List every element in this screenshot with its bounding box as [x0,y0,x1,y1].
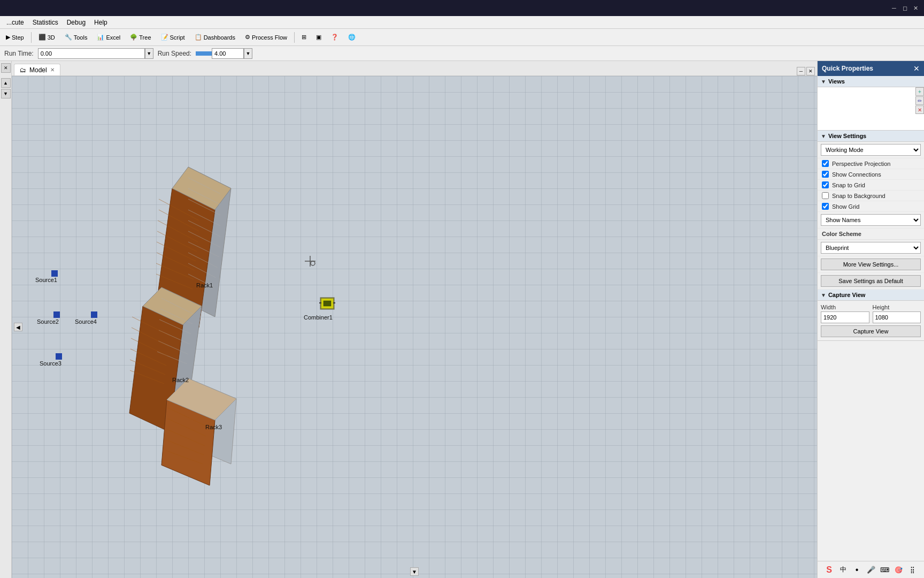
dashboards-icon: 📋 [195,34,202,41]
run-speed-input[interactable] [212,48,244,59]
model-tab-close[interactable]: ✕ [50,67,55,73]
source2-label: Source2 [37,318,59,325]
close-button[interactable]: ✕ [911,4,920,12]
toolbar-3d-button[interactable]: ⬛ 3D [35,31,59,44]
toolbar-tree-button[interactable]: 🌳 Tree [126,31,155,44]
toolbar-excel-button[interactable]: 📊 Excel [93,31,124,44]
menu-execute[interactable]: ...cute [2,18,28,27]
run-speed-label: Run Speed: [158,50,191,57]
minimize-button[interactable]: ─ [890,4,898,12]
show-grid-label: Show Grid [832,203,859,210]
more-view-settings-button[interactable]: More View Settings... [821,258,921,270]
toolbar-process-flow-button[interactable]: ⚙ Process Flow [241,31,291,44]
restore-button[interactable]: ◻ [900,4,909,12]
model-viewport[interactable]: Source1 Source2 Source4 Source3 Rack1 Ra… [12,76,817,578]
qp-footer: S 中 • 🎤 ⌨ 🎯 ⣿ [818,561,924,578]
save-settings-button[interactable]: Save Settings as Default [821,275,921,287]
scroll-down-arrow[interactable]: ▼ [410,567,419,576]
toolbar: ▶ Step ⬛ 3D 🔧 Tools 📊 Excel 🌳 Tree 📝 Scr… [0,29,924,46]
toolbar-question-btn[interactable]: ❓ [327,31,342,44]
view-settings-collapse-icon: ▼ [821,133,826,139]
combiner1-node[interactable] [319,296,335,314]
ime-grid-icon[interactable]: ⣿ [907,565,918,575]
menu-help[interactable]: Help [90,18,112,27]
snap-to-grid-checkbox[interactable] [822,181,829,188]
capture-view-section-header[interactable]: ▼ Capture View [818,290,924,301]
ime-keyboard-icon[interactable]: ⌨ [880,565,890,575]
toolbar-dashboards-button[interactable]: 📋 Dashboards [191,31,239,44]
capture-height-label: Height [873,304,921,310]
combiner1-label: Combiner1 [304,314,333,321]
viewport-minimize-btn[interactable]: ─ [797,67,805,75]
menu-statistics[interactable]: Statistics [28,18,63,27]
capture-view-section-label: Capture View [828,292,866,298]
show-names-dropdown[interactable]: Show Names [821,214,921,226]
toolbar-globe-btn[interactable]: 🌐 [344,31,359,44]
capture-width-group: Width [821,304,869,323]
blueprint-dropdown[interactable]: Blueprint [821,242,921,254]
views-edit-btn[interactable]: ✏ [915,96,924,105]
toolbar-script-button[interactable]: 📝 Script [157,31,189,44]
source2-node[interactable] [53,311,60,318]
menu-debug[interactable]: Debug [63,18,90,27]
step-icon: ▶ [6,34,10,41]
qp-title: Quick Properties [822,65,873,72]
views-delete-btn[interactable]: ✕ [915,105,924,114]
capture-view-collapse-icon: ▼ [821,292,826,298]
show-connections-row: Show Connections [818,169,924,180]
scroll-up-arrow[interactable]: ◀ [14,323,22,331]
views-add-btn[interactable]: + [915,87,924,96]
run-speed-dropdown[interactable]: ▼ [244,48,252,59]
source4-label: Source4 [75,318,97,325]
capture-view-section: Width Height Capture View [818,301,924,341]
qp-header: Quick Properties ✕ [818,61,924,76]
viewport-close-btn[interactable]: ✕ [806,67,815,75]
ime-s-icon[interactable]: S [824,565,835,575]
toolbar-tools-button[interactable]: 🔧 Tools [61,31,91,44]
run-time-dropdown[interactable]: ▼ [145,48,153,59]
capture-height-input[interactable] [873,311,921,323]
views-section-header[interactable]: ▼ Views [818,76,924,87]
capture-height-group: Height [873,304,921,323]
quick-properties-panel: Quick Properties ✕ ▼ Views + ✏ ✕ ▼ View … [817,61,924,578]
svg-rect-46 [324,301,331,306]
source4-node[interactable] [91,311,97,318]
snap-to-background-checkbox[interactable] [822,192,829,199]
process-flow-icon: ⚙ [245,34,250,41]
source3-node[interactable] [56,353,62,360]
left-btn-close[interactable]: ✕ [1,63,11,73]
ime-zh-icon[interactable]: 中 [838,565,849,575]
source1-node[interactable] [51,270,58,277]
main-area: ✕ ▲ ▼ 🗂 Model ✕ ─ ✕ [0,61,924,578]
perspective-projection-label: Perspective Projection [832,161,890,167]
speed-bar [196,51,212,56]
show-connections-checkbox[interactable] [822,171,829,178]
left-btn-down[interactable]: ▼ [1,89,11,98]
toolbar-panel-btn[interactable]: ▣ [312,31,325,44]
show-grid-checkbox[interactable] [822,203,829,210]
view-settings-section-header[interactable]: ▼ View Settings [818,131,924,142]
capture-width-input[interactable] [821,311,869,323]
titlebar: ─ ◻ ✕ [0,0,924,16]
model-tab[interactable]: 🗂 Model ✕ [14,64,60,75]
rack1-label: Rack1 [196,282,213,288]
capture-view-button[interactable]: Capture View [821,325,921,337]
ime-mic-icon[interactable]: 🎤 [866,565,876,575]
toolbar-separator-2 [294,32,295,43]
left-btn-up[interactable]: ▲ [1,78,11,88]
rack2-label: Rack2 [172,377,189,383]
tree-icon: 🌳 [130,34,137,41]
working-mode-dropdown[interactable]: Working Mode [821,144,921,156]
views-list-inner[interactable] [818,87,924,130]
combiner1-icon [319,296,335,313]
perspective-projection-checkbox[interactable] [822,160,829,167]
ime-dot-icon[interactable]: • [852,565,863,575]
capture-dims: Width Height [821,304,921,323]
qp-close-button[interactable]: ✕ [913,64,920,73]
runbar: Run Time: ▼ Run Speed: ▼ [0,46,924,61]
toolbar-step-button[interactable]: ▶ Step [2,31,28,44]
ime-target-icon[interactable]: 🎯 [894,565,904,575]
views-list: + ✏ ✕ [818,87,924,131]
toolbar-layout-btn[interactable]: ⊞ [298,31,310,44]
run-time-input[interactable] [38,48,145,59]
